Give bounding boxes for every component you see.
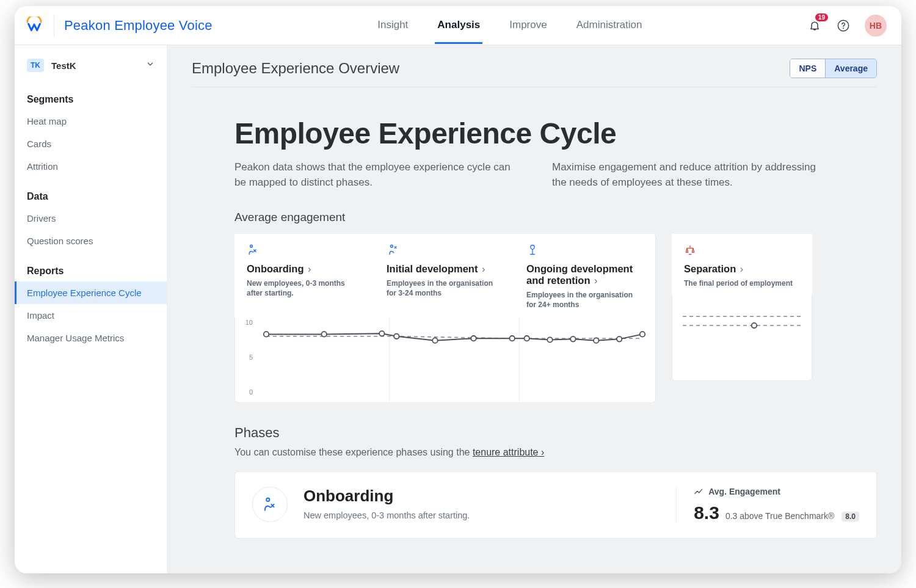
workday-logo xyxy=(24,16,44,35)
notifications-badge: 19 xyxy=(815,13,828,21)
svg-point-13 xyxy=(432,338,437,343)
sidebar-item-question-scores[interactable]: Question scores xyxy=(15,230,167,252)
phase-title: Onboarding xyxy=(247,263,304,274)
intro-text-left: Peakon data shows that the employee expe… xyxy=(234,160,515,190)
svg-point-11 xyxy=(379,331,384,336)
nav-tab-improve[interactable]: Improve xyxy=(507,7,549,44)
page-title: Employee Experience Cycle xyxy=(234,117,877,150)
svg-point-14 xyxy=(471,336,476,341)
phase-charts-row: Onboarding › New employees, 0-3 months a… xyxy=(234,234,877,402)
metric-value: 8.3 xyxy=(694,503,719,523)
onboarding-icon xyxy=(247,244,362,257)
phase-card-separation[interactable]: Separation › The final period of employm… xyxy=(672,234,812,296)
phase-block-main: Onboarding › New employees, 0-3 months a… xyxy=(234,234,656,402)
help-button[interactable] xyxy=(837,19,850,32)
phase-sub: New employees, 0-3 months after starting… xyxy=(247,278,362,298)
svg-point-15 xyxy=(509,336,514,341)
sidebar-item-drivers[interactable]: Drivers xyxy=(15,207,167,230)
phase-sub: The final period of employment xyxy=(684,278,800,288)
sidebar-group-data: Data xyxy=(15,178,167,207)
bell-icon xyxy=(809,20,821,32)
sidebar-group-reports: Reports xyxy=(15,252,167,281)
phase-card-ongoing[interactable]: Ongoing development and retention › Empl… xyxy=(514,234,655,317)
sidebar-item-employee-experience-cycle[interactable]: Employee Experience Cycle xyxy=(15,281,167,304)
tenure-attribute-link[interactable]: tenure attribute xyxy=(473,447,544,457)
svg-point-10 xyxy=(321,332,326,336)
phase-title: Initial development xyxy=(387,263,478,274)
ongoing-icon xyxy=(526,244,642,257)
engagement-chart-separation xyxy=(672,296,812,381)
sidebar-item-heat-map[interactable]: Heat map xyxy=(15,110,167,132)
trend-icon xyxy=(694,487,703,496)
sidebar: TK TestK Segments Heat map Cards Attriti… xyxy=(15,45,167,573)
org-switcher[interactable]: TK TestK xyxy=(15,53,167,81)
svg-point-2 xyxy=(250,245,253,248)
toggle-nps[interactable]: NPS xyxy=(790,59,825,78)
page-header: Employee Experience Overview xyxy=(192,60,399,77)
initial-development-icon xyxy=(387,244,502,257)
phase-card-initial-development[interactable]: Initial development › Employees in the o… xyxy=(374,234,515,317)
chart-section-title: Average engagement xyxy=(234,211,877,224)
svg-point-16 xyxy=(524,336,529,341)
svg-point-18 xyxy=(570,336,575,341)
top-nav: Peakon Employee Voice Insight Analysis I… xyxy=(15,6,901,45)
org-name: TestK xyxy=(51,60,76,71)
nav-tab-administration[interactable]: Administration xyxy=(574,7,645,44)
svg-point-1 xyxy=(843,27,844,29)
phase-sub: Employees in the organisation for 24+ mo… xyxy=(526,290,642,310)
sidebar-group-segments: Segments xyxy=(15,81,167,110)
divider xyxy=(54,15,54,37)
phase-sub: Employees in the organisation for 3-24 m… xyxy=(387,278,502,298)
metric-benchmark: 8.0 xyxy=(841,512,859,521)
svg-point-3 xyxy=(391,245,393,248)
toggle-average[interactable]: Average xyxy=(825,59,876,78)
sidebar-item-attrition[interactable]: Attrition xyxy=(15,155,167,178)
sidebar-item-impact[interactable]: Impact xyxy=(15,304,167,327)
sidebar-item-manager-usage-metrics[interactable]: Manager Usage Metrics xyxy=(15,327,167,349)
phases-desc: You can customise these experience phase… xyxy=(234,447,877,458)
metric-note: 0.3 above True Benchmark® xyxy=(725,511,834,521)
phases-section: Phases You can customise these experienc… xyxy=(167,425,877,539)
phase-title: Separation xyxy=(684,263,736,274)
svg-point-20 xyxy=(617,336,622,341)
svg-point-12 xyxy=(394,333,399,338)
svg-text:10: 10 xyxy=(245,319,253,326)
phase-block-separation: Separation › The final period of employm… xyxy=(672,234,812,381)
sidebar-item-cards[interactable]: Cards xyxy=(15,132,167,155)
org-badge: TK xyxy=(27,59,44,72)
svg-point-24 xyxy=(752,323,757,328)
metric-toggle: NPS Average xyxy=(790,59,877,78)
nav-tab-analysis[interactable]: Analysis xyxy=(435,7,482,44)
phase-detail-title: Onboarding xyxy=(304,487,470,506)
phase-card-onboarding[interactable]: Onboarding › New employees, 0-3 months a… xyxy=(234,234,375,317)
nav-tabs: Insight Analysis Improve Administration xyxy=(375,7,644,44)
help-icon xyxy=(837,19,850,32)
svg-text:0: 0 xyxy=(249,388,253,396)
svg-point-25 xyxy=(266,498,269,501)
main-content: Employee Experience Overview NPS Average… xyxy=(167,45,901,573)
engagement-chart-main: 0510 xyxy=(234,318,656,403)
phase-detail-sub: New employees, 0-3 months after starting… xyxy=(304,510,470,520)
separation-icon xyxy=(684,244,800,257)
phase-title: Ongoing development and retention xyxy=(526,263,633,286)
user-avatar[interactable]: HB xyxy=(865,15,887,37)
svg-point-21 xyxy=(640,332,645,336)
svg-text:5: 5 xyxy=(249,354,253,361)
metric-label: Avg. Engagement xyxy=(708,487,780,496)
nav-tab-insight[interactable]: Insight xyxy=(375,7,410,44)
phase-detail-card: Onboarding New employees, 0-3 months aft… xyxy=(234,471,877,539)
notifications-button[interactable]: 19 xyxy=(807,18,822,33)
chevron-down-icon xyxy=(146,60,154,71)
svg-point-17 xyxy=(547,337,552,342)
brand-title: Peakon Employee Voice xyxy=(64,18,213,34)
svg-point-19 xyxy=(594,338,598,343)
intro-text-right: Maximise engagement and reduce attrition… xyxy=(552,160,833,190)
onboarding-icon xyxy=(252,487,288,522)
svg-point-9 xyxy=(264,332,269,336)
phases-heading: Phases xyxy=(234,425,877,441)
